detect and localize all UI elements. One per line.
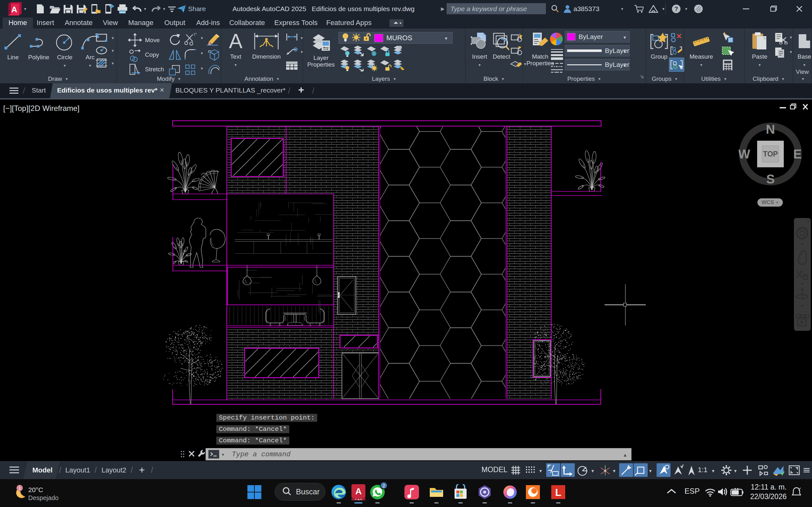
svg-text:A: A [11,5,17,14]
svg-text:?: ? [674,5,678,12]
svg-text:E: E [793,147,802,161]
svg-text:CAD: CAD [355,498,362,500]
svg-text:A: A [355,487,362,496]
svg-text:N: N [766,122,775,136]
svg-text:W: W [739,147,750,161]
svg-text:z: z [800,487,801,490]
svg-text:A: A [229,31,243,52]
svg-text:TOP: TOP [763,150,778,158]
svg-text:S: S [766,172,775,186]
svg-text:L: L [555,487,561,498]
